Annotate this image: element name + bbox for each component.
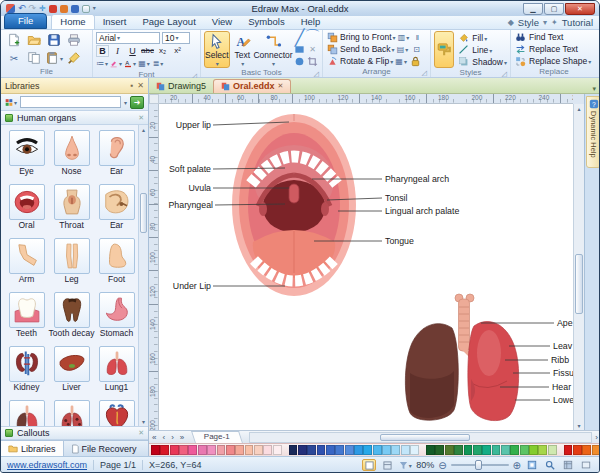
line-spacing-icon[interactable]: ≔ bbox=[96, 58, 108, 70]
library-item-heart[interactable] bbox=[94, 400, 139, 426]
distribute-icon[interactable]: ‖ bbox=[412, 31, 424, 43]
text-align-icon[interactable]: ▦ bbox=[138, 58, 150, 70]
palette-swatch[interactable] bbox=[226, 445, 235, 455]
library-item-teeth[interactable]: Teeth bbox=[4, 292, 49, 346]
first-page-button[interactable]: « bbox=[149, 433, 159, 442]
replace-shape-button[interactable]: Replace Shape bbox=[529, 56, 591, 66]
doc-tab-drawing5[interactable]: Drawing5 bbox=[149, 80, 213, 93]
palette-swatch[interactable] bbox=[445, 445, 454, 455]
italic-button[interactable]: I bbox=[111, 46, 124, 56]
edrawsoft-link[interactable]: www.edrawsoft.com bbox=[7, 460, 87, 470]
library-item-leg[interactable]: Leg bbox=[49, 238, 94, 292]
scroll-right-button[interactable]: › bbox=[592, 433, 600, 442]
palette-swatch[interactable] bbox=[454, 445, 463, 455]
library-item-throat[interactable]: Throat bbox=[49, 184, 94, 238]
dynamic-help-tab[interactable]: ? Dynamic Help bbox=[586, 96, 600, 168]
palette-swatch[interactable] bbox=[345, 445, 354, 455]
arc-tool-icon[interactable]: ⌒ bbox=[307, 32, 319, 44]
tab-page-layout[interactable]: Page Layout bbox=[134, 15, 203, 29]
filter-icon[interactable] bbox=[398, 459, 412, 471]
qat-dropdown-icon[interactable]: ▾ bbox=[93, 4, 96, 13]
tab-view[interactable]: View bbox=[204, 15, 240, 29]
font-size-select[interactable]: 10 bbox=[162, 32, 190, 44]
save-icon[interactable] bbox=[45, 32, 63, 49]
select-tool-button[interactable]: Select bbox=[204, 31, 230, 68]
zoom-in-icon[interactable]: ⊕ bbox=[513, 460, 521, 471]
library-item-kidney[interactable]: Kidney bbox=[4, 346, 49, 400]
export-word-icon[interactable] bbox=[71, 5, 79, 13]
library-menu-icon[interactable] bbox=[5, 96, 17, 108]
bring-to-front-button[interactable]: Bring to Front bbox=[340, 32, 396, 42]
paste-icon[interactable] bbox=[45, 50, 63, 67]
lungs-labels[interactable]: Ape Leav Ribb Fissu Hear Lowe bbox=[551, 318, 573, 405]
underline-button[interactable]: U bbox=[126, 46, 139, 56]
palette-swatch[interactable] bbox=[373, 445, 382, 455]
open-folder-icon[interactable] bbox=[25, 32, 43, 49]
center-icon[interactable]: ⊡ bbox=[411, 43, 423, 55]
export-pdf-icon[interactable] bbox=[49, 5, 57, 13]
cross-tool-icon[interactable]: ✕ bbox=[307, 44, 319, 56]
palette-swatch[interactable] bbox=[573, 445, 582, 455]
crop-tool-icon[interactable] bbox=[307, 56, 319, 68]
palette-swatch[interactable] bbox=[426, 445, 435, 455]
palette-swatch[interactable] bbox=[326, 445, 335, 455]
library-item-arm[interactable]: Arm bbox=[4, 238, 49, 292]
library-item-tooth-decay[interactable]: Tooth decay bbox=[49, 292, 94, 346]
palette-swatch[interactable] bbox=[188, 445, 197, 455]
search-caret-icon[interactable]: ▾ bbox=[124, 99, 127, 106]
doc-tab-oral-eddx[interactable]: Oral.eddx ✕ bbox=[213, 79, 291, 93]
palette-swatch[interactable] bbox=[298, 445, 307, 455]
palette-swatch[interactable] bbox=[520, 445, 529, 455]
palette-swatch[interactable] bbox=[564, 445, 573, 455]
font-color-icon[interactable]: A bbox=[124, 58, 136, 70]
palette-swatch[interactable] bbox=[382, 445, 391, 455]
tutorial-menu[interactable]: Tutorial bbox=[562, 17, 593, 28]
app-icon[interactable] bbox=[6, 4, 15, 13]
style-menu[interactable]: Style bbox=[518, 17, 539, 28]
pin-icon[interactable]: ▪ bbox=[130, 81, 133, 90]
palette-swatch[interactable] bbox=[160, 445, 169, 455]
layer-icon[interactable]: ▦ bbox=[395, 55, 407, 67]
tab-list-caret-icon[interactable]: ▾ bbox=[587, 85, 600, 93]
group-icon[interactable]: ▤ bbox=[397, 43, 409, 55]
library-item-ear[interactable]: Ear bbox=[94, 184, 139, 238]
lungs-shape[interactable] bbox=[405, 294, 518, 421]
redo-icon[interactable]: ↷ bbox=[29, 4, 37, 13]
library-go-button[interactable]: ➜ bbox=[130, 96, 144, 109]
section-close-icon[interactable]: ✕ bbox=[138, 429, 144, 437]
palette-swatch[interactable] bbox=[482, 445, 491, 455]
send-to-back-button[interactable]: Send to Back bbox=[340, 44, 395, 54]
panel-close-icon[interactable]: ✕ bbox=[137, 81, 144, 90]
library-item-foot[interactable]: Foot bbox=[94, 238, 139, 292]
drawing-page[interactable]: Upper lip Soft palate Uvula Pharyngeal U… bbox=[159, 104, 573, 430]
palette-swatch[interactable] bbox=[410, 445, 419, 455]
library-item-lungs-diseased[interactable] bbox=[49, 400, 94, 426]
theme-brush-button[interactable] bbox=[434, 31, 454, 68]
cut-icon[interactable]: ✂ bbox=[5, 50, 23, 67]
font-family-select[interactable]: Arial bbox=[96, 32, 160, 44]
line-button[interactable]: Line bbox=[472, 45, 492, 55]
print-preview-icon[interactable] bbox=[82, 5, 90, 13]
palette-swatch[interactable] bbox=[473, 445, 482, 455]
palette-swatch[interactable] bbox=[538, 445, 547, 455]
library-scrollbar[interactable]: ▴ ▾ bbox=[138, 125, 148, 426]
tab-home[interactable]: Home bbox=[51, 14, 94, 29]
palette-swatch[interactable] bbox=[151, 445, 160, 455]
lock-icon[interactable] bbox=[409, 55, 421, 67]
palette-swatch[interactable] bbox=[363, 445, 372, 455]
zoom-slider[interactable] bbox=[451, 464, 509, 466]
bullets-icon[interactable]: ≣ bbox=[152, 58, 164, 70]
tab-file-recovery[interactable]: File Recovery bbox=[64, 441, 144, 456]
move-tool-icon[interactable]: ✛ bbox=[39, 4, 46, 13]
library-item-lungs-dark[interactable] bbox=[4, 400, 49, 426]
palette-swatch[interactable] bbox=[217, 445, 226, 455]
palette-swatch[interactable] bbox=[510, 445, 519, 455]
section-close-icon[interactable]: ✕ bbox=[138, 114, 144, 122]
palette-swatch[interactable] bbox=[170, 445, 179, 455]
rotate-flip-button[interactable]: Rotate & Flip bbox=[340, 56, 393, 66]
palette-swatch[interactable] bbox=[207, 445, 216, 455]
palette-swatch[interactable] bbox=[548, 445, 557, 455]
fill-button[interactable]: Fill bbox=[472, 33, 487, 43]
find-text-button[interactable]: Find Text bbox=[529, 32, 563, 42]
style-caret-icon[interactable]: ▾ bbox=[543, 18, 547, 27]
